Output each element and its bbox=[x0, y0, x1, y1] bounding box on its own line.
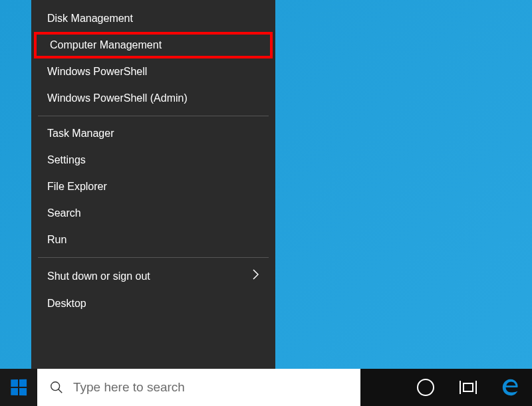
cortana-icon bbox=[417, 379, 434, 396]
menu-separator bbox=[38, 116, 269, 116]
task-view-button[interactable] bbox=[447, 369, 489, 406]
menu-item-label: Windows PowerShell bbox=[47, 66, 147, 78]
menu-item-label: Shut down or sign out bbox=[47, 270, 150, 282]
windows-logo-icon bbox=[11, 379, 27, 395]
menu-separator bbox=[38, 257, 269, 258]
svg-line-1 bbox=[59, 389, 63, 393]
menu-item-shutdown[interactable]: Shut down or sign out bbox=[31, 262, 275, 290]
menu-item-powershell-admin[interactable]: Windows PowerShell (Admin) bbox=[31, 85, 275, 112]
search-input[interactable] bbox=[73, 380, 348, 395]
menu-item-settings[interactable]: Settings bbox=[31, 147, 275, 173]
menu-item-search[interactable]: Search bbox=[31, 200, 275, 227]
menu-item-label: Desktop bbox=[47, 298, 86, 310]
menu-item-disk-management[interactable]: Disk Management bbox=[31, 5, 275, 32]
svg-point-0 bbox=[51, 382, 60, 391]
menu-item-file-explorer[interactable]: File Explorer bbox=[31, 173, 275, 200]
menu-item-task-manager[interactable]: Task Manager bbox=[31, 120, 275, 147]
menu-item-run[interactable]: Run bbox=[31, 227, 275, 253]
chevron-right-icon bbox=[253, 269, 259, 283]
edge-button[interactable] bbox=[489, 369, 532, 406]
menu-item-powershell[interactable]: Windows PowerShell bbox=[31, 58, 275, 85]
taskbar-right bbox=[404, 369, 532, 406]
menu-item-label: Run bbox=[47, 234, 66, 246]
search-icon bbox=[49, 380, 64, 395]
edge-icon bbox=[501, 377, 521, 397]
menu-item-label: Search bbox=[47, 207, 81, 219]
menu-item-label: Windows PowerShell (Admin) bbox=[47, 92, 188, 104]
search-box[interactable] bbox=[37, 369, 360, 406]
menu-item-desktop[interactable]: Desktop bbox=[31, 290, 275, 317]
menu-item-label: Disk Management bbox=[47, 13, 133, 25]
task-view-icon bbox=[460, 381, 477, 394]
taskbar bbox=[0, 369, 532, 406]
winx-context-menu: Disk Management Computer Management Wind… bbox=[31, 0, 275, 369]
menu-item-label: File Explorer bbox=[47, 181, 107, 193]
cortana-button[interactable] bbox=[404, 369, 447, 406]
start-button[interactable] bbox=[0, 369, 37, 406]
menu-item-label: Task Manager bbox=[47, 128, 114, 140]
menu-item-label: Computer Management bbox=[50, 39, 162, 51]
menu-item-computer-management[interactable]: Computer Management bbox=[34, 32, 273, 58]
menu-item-label: Settings bbox=[47, 154, 86, 166]
